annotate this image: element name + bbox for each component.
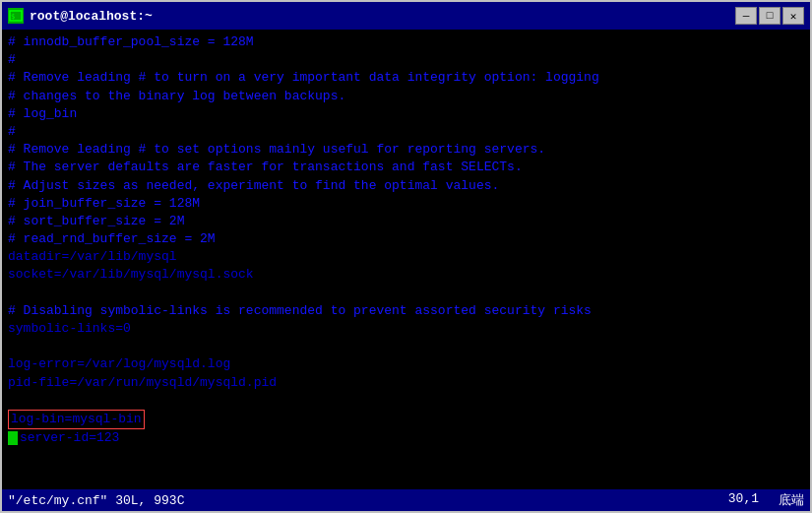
svg-text:$_: $_	[11, 13, 20, 21]
window-title: root@localhost:~	[30, 9, 153, 24]
line-3: # Remove leading # to turn on a very imp…	[8, 69, 804, 87]
line-13: datadir=/var/lib/mysql	[8, 248, 804, 266]
terminal-content: # innodb_buffer_pool_size = 128M # # Rem…	[8, 33, 804, 485]
line-17: symbolic-links=0	[8, 320, 804, 338]
line-7: # Remove leading # to set options mainly…	[8, 141, 804, 159]
title-bar-buttons: — □ ✕	[735, 7, 804, 25]
line-16: # Disabling symbolic-links is recommende…	[8, 302, 804, 320]
line-2: #	[8, 51, 804, 69]
line-4: # changes to the binary log between back…	[8, 88, 804, 105]
line-12: # read_rnd_buffer_size = 2M	[8, 230, 804, 248]
status-bar: "/etc/my.cnf" 30L, 993C 30,1 底端	[2, 489, 810, 511]
terminal-window: $_ root@localhost:~ — □ ✕ # innodb_buffe…	[0, 0, 812, 513]
line-18	[8, 338, 804, 355]
close-button[interactable]: ✕	[782, 7, 804, 25]
terminal-body[interactable]: # innodb_buffer_pool_size = 128M # # Rem…	[2, 30, 810, 489]
minimize-button[interactable]: —	[735, 7, 757, 25]
cursor-marker	[8, 431, 18, 445]
line-6: #	[8, 123, 804, 141]
cursor-position: 30,1	[728, 491, 759, 509]
line-21	[8, 392, 804, 410]
title-bar-left: $_ root@localhost:~	[8, 8, 153, 24]
status-mode: 底端	[779, 491, 804, 509]
line-8: # The server defaults are faster for tra…	[8, 159, 804, 176]
line-14: socket=/var/lib/mysql/mysql.sock	[8, 266, 804, 284]
line-19: log-error=/var/log/mysqld.log	[8, 355, 804, 373]
server-id-value: server-id=123	[20, 429, 119, 447]
title-bar: $_ root@localhost:~ — □ ✕	[2, 2, 810, 30]
maximize-button[interactable]: □	[759, 7, 781, 25]
status-right: 30,1 底端	[728, 491, 804, 509]
status-filename: "/etc/my.cnf" 30L, 993C	[8, 493, 184, 508]
line-20: pid-file=/var/run/mysqld/mysqld.pid	[8, 374, 804, 392]
line-5: # log_bin	[8, 105, 804, 123]
line-9: # Adjust sizes as needed, experiment to …	[8, 177, 804, 195]
line-11: # sort_buffer_size = 2M	[8, 213, 804, 230]
line-1: # innodb_buffer_pool_size = 128M	[8, 33, 804, 51]
line-23-highlighted: server-id=123	[8, 429, 804, 447]
terminal-icon: $_	[8, 8, 24, 24]
line-15	[8, 285, 804, 302]
line-22-highlighted: log-bin=mysql-bin	[8, 410, 804, 429]
line-10: # join_buffer_size = 128M	[8, 195, 804, 213]
log-bin-value: log-bin=mysql-bin	[8, 410, 145, 429]
